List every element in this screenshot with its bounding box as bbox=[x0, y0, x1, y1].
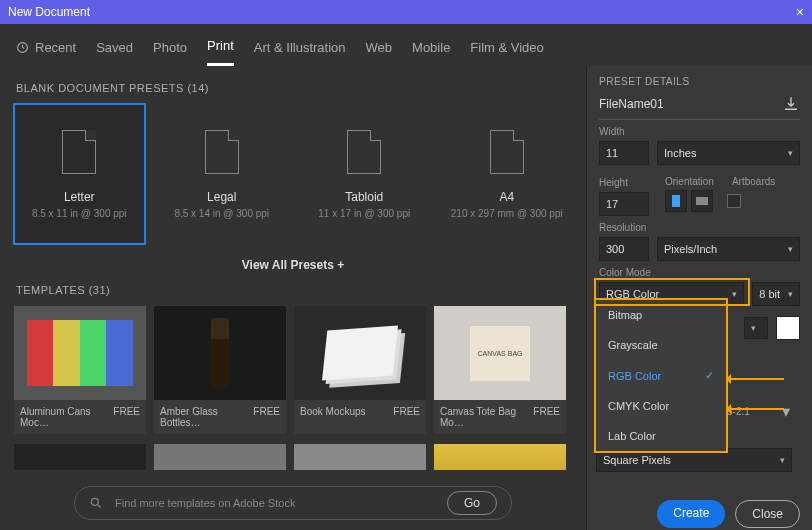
resolution-unit-select[interactable]: Pixels/Inch▾ bbox=[657, 237, 800, 261]
close-button[interactable]: Close bbox=[735, 500, 800, 528]
go-button[interactable]: Go bbox=[447, 491, 497, 515]
tab-saved[interactable]: Saved bbox=[96, 34, 133, 65]
orientation-portrait-button[interactable] bbox=[665, 190, 687, 212]
category-tabs: Recent Saved Photo Print Art & Illustrat… bbox=[0, 24, 812, 66]
template-thumbnail bbox=[294, 306, 426, 400]
artboards-checkbox[interactable] bbox=[727, 194, 741, 208]
chevron-down-icon: ▾ bbox=[788, 244, 793, 254]
svg-point-1 bbox=[91, 498, 98, 505]
chevron-down-icon: ▾ bbox=[732, 289, 737, 299]
template-thumbnail[interactable] bbox=[434, 444, 566, 470]
background-swatch[interactable] bbox=[776, 316, 800, 340]
orientation-landscape-button[interactable] bbox=[691, 190, 713, 212]
search-icon bbox=[89, 496, 103, 510]
search-placeholder: Find more templates on Adobe Stock bbox=[115, 497, 295, 509]
chevron-down-icon: ▾ bbox=[788, 289, 793, 299]
chevron-down-icon: ▾ bbox=[780, 455, 785, 465]
background-color-select[interactable]: ▾ bbox=[744, 317, 768, 339]
template-thumbnail[interactable] bbox=[154, 444, 286, 470]
dropdown-item-grayscale[interactable]: Grayscale bbox=[596, 330, 726, 360]
tab-art[interactable]: Art & Illustration bbox=[254, 34, 346, 65]
chevron-down-icon: ▾ bbox=[751, 323, 756, 333]
create-button[interactable]: Create bbox=[657, 500, 725, 528]
document-icon bbox=[205, 130, 239, 174]
tab-recent[interactable]: Recent bbox=[16, 34, 76, 65]
chevron-down-icon[interactable]: ▾ bbox=[782, 402, 790, 421]
dropdown-item-bitmap[interactable]: Bitmap bbox=[596, 300, 726, 330]
document-icon bbox=[490, 130, 524, 174]
preset-letter[interactable]: Letter 8.5 x 11 in @ 300 ppi bbox=[14, 104, 145, 244]
view-all-presets-button[interactable]: View All Presets + bbox=[14, 258, 572, 272]
templates-header: TEMPLATES (31) bbox=[16, 284, 572, 296]
dropdown-item-lab[interactable]: Lab Color bbox=[596, 421, 726, 451]
template-thumbnail: CANVAS BAG bbox=[434, 306, 566, 400]
chevron-down-icon: ▾ bbox=[788, 148, 793, 158]
details-header: PRESET DETAILS bbox=[599, 76, 800, 87]
template-card[interactable]: Aluminum Cans Moc…FREE bbox=[14, 306, 146, 434]
filename-input[interactable]: FileName01 bbox=[599, 97, 664, 111]
document-icon bbox=[62, 130, 96, 174]
clock-icon bbox=[16, 41, 29, 54]
resolution-input[interactable] bbox=[599, 237, 649, 261]
blank-presets-header: BLANK DOCUMENT PRESETS (14) bbox=[16, 82, 572, 94]
window-close-icon[interactable]: × bbox=[796, 4, 804, 20]
unit-select[interactable]: Inches▾ bbox=[657, 141, 800, 165]
check-icon: ✓ bbox=[705, 369, 714, 382]
width-label: Width bbox=[599, 126, 800, 137]
annotation-arrow bbox=[728, 378, 784, 380]
template-thumbnail[interactable] bbox=[14, 444, 146, 470]
dropdown-item-rgb[interactable]: RGB Color✓ bbox=[596, 360, 726, 391]
pixel-aspect-select[interactable]: Square Pixels▾ bbox=[596, 448, 792, 472]
color-mode-dropdown: Bitmap Grayscale RGB Color✓ CMYK Color L… bbox=[596, 300, 726, 451]
height-input[interactable] bbox=[599, 192, 649, 216]
bit-depth-select[interactable]: 8 bit▾ bbox=[752, 282, 800, 306]
tab-print[interactable]: Print bbox=[207, 32, 234, 66]
width-input[interactable] bbox=[599, 141, 649, 165]
color-mode-label: Color Mode bbox=[599, 267, 800, 278]
tab-web[interactable]: Web bbox=[366, 34, 393, 65]
tab-photo[interactable]: Photo bbox=[153, 34, 187, 65]
tab-mobile[interactable]: Mobile bbox=[412, 34, 450, 65]
template-card[interactable]: Book MockupsFREE bbox=[294, 306, 426, 434]
preset-legal[interactable]: Legal 8.5 x 14 in @ 300 ppi bbox=[157, 104, 288, 244]
height-label: Height bbox=[599, 177, 649, 188]
document-icon bbox=[347, 130, 381, 174]
stock-search[interactable]: Find more templates on Adobe Stock Go bbox=[74, 486, 512, 520]
save-preset-icon[interactable] bbox=[782, 95, 800, 113]
template-thumbnail bbox=[154, 306, 286, 400]
preset-a4[interactable]: A4 210 x 297 mm @ 300 ppi bbox=[442, 104, 573, 244]
preset-tabloid[interactable]: Tabloid 11 x 17 in @ 300 ppi bbox=[299, 104, 430, 244]
tab-film[interactable]: Film & Video bbox=[470, 34, 543, 65]
template-thumbnail[interactable] bbox=[294, 444, 426, 470]
dropdown-item-cmyk[interactable]: CMYK Color bbox=[596, 391, 726, 421]
window-title: New Document bbox=[8, 5, 90, 19]
resolution-label: Resolution bbox=[599, 222, 800, 233]
annotation-arrow bbox=[728, 408, 784, 410]
orientation-label: Orientation bbox=[665, 176, 714, 187]
template-thumbnail bbox=[14, 306, 146, 400]
artboards-label: Artboards bbox=[732, 176, 775, 187]
template-card[interactable]: CANVAS BAG Canvas Tote Bag Mo…FREE bbox=[434, 306, 566, 434]
template-card[interactable]: Amber Glass Bottles…FREE bbox=[154, 306, 286, 434]
